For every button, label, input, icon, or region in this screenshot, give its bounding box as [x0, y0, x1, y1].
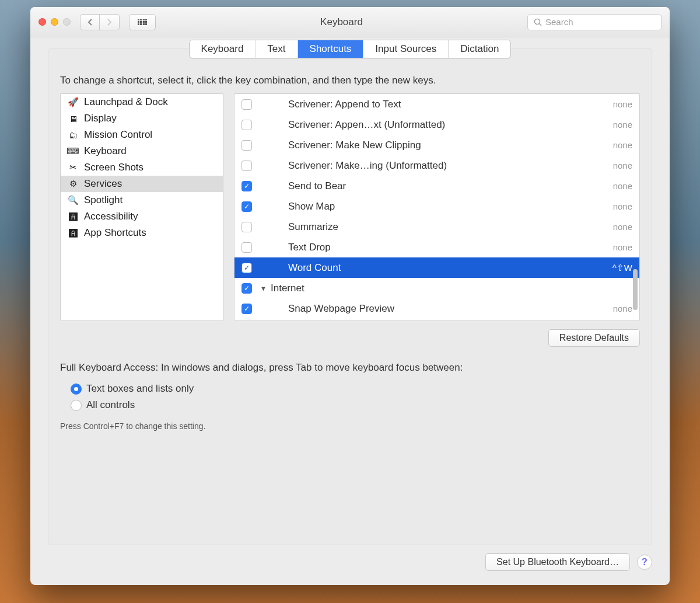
shortcut-checkbox[interactable]: [242, 140, 252, 151]
radio-button[interactable]: [71, 384, 82, 395]
shortcut-checkbox[interactable]: [242, 222, 252, 232]
shortcut-row[interactable]: ✓Word Count^⇧W: [235, 257, 639, 278]
shortcut-group[interactable]: ✓▼Internet: [235, 278, 639, 298]
shortcuts-list[interactable]: Scrivener: Append to TextnoneScrivener: …: [234, 93, 640, 321]
scrollbar-thumb[interactable]: [633, 269, 638, 310]
sidebar-item-screen-shots[interactable]: ✂Screen Shots: [61, 159, 223, 176]
forward-button[interactable]: [100, 14, 120, 30]
search-field[interactable]: Search: [527, 14, 662, 30]
content: KeyboardTextShortcutsInput SourcesDictat…: [30, 37, 670, 585]
tab-keyboard[interactable]: Keyboard: [190, 40, 256, 58]
tab-dictation[interactable]: Dictation: [449, 40, 510, 58]
sidebar-item-display[interactable]: 🖥Display: [61, 110, 223, 127]
radio-option[interactable]: Text boxes and lists only: [60, 381, 640, 397]
sidebar-item-label: Keyboard: [84, 145, 127, 157]
sidebar-item-icon: 🅰: [66, 211, 79, 222]
sidebar-item-label: Mission Control: [84, 129, 152, 141]
shortcut-keys[interactable]: none: [580, 181, 632, 191]
category-sidebar[interactable]: 🚀Launchpad & Dock🖥Display🗂Mission Contro…: [60, 93, 223, 321]
shortcut-label: Internet: [271, 283, 632, 294]
shortcut-checkbox[interactable]: ✓: [242, 304, 252, 314]
sidebar-item-icon: 🗂: [66, 130, 79, 140]
shortcut-row[interactable]: Scrivener: Make New Clippingnone: [235, 135, 639, 155]
shortcut-label: Snap Webpage Preview: [288, 303, 580, 315]
tabbar: KeyboardTextShortcutsInput SourcesDictat…: [189, 40, 512, 58]
sidebar-item-label: Screen Shots: [84, 162, 144, 173]
tab-shortcuts[interactable]: Shortcuts: [298, 40, 364, 58]
shortcut-keys[interactable]: none: [580, 99, 632, 109]
tab-input-sources[interactable]: Input Sources: [363, 40, 449, 58]
shortcut-label: Text Drop: [288, 242, 580, 253]
shortcut-keys[interactable]: none: [580, 120, 632, 130]
shortcut-keys[interactable]: none: [580, 161, 632, 170]
shortcut-keys[interactable]: ^⇧W: [580, 263, 632, 273]
keyboard-access-radios: Text boxes and lists onlyAll controls: [60, 381, 640, 413]
sidebar-item-app-shortcuts[interactable]: 🅰App Shortcuts: [61, 225, 223, 241]
shortcut-label: Show Map: [288, 201, 580, 212]
tabs-container: KeyboardTextShortcutsInput SourcesDictat…: [60, 48, 640, 58]
shortcut-keys[interactable]: none: [580, 304, 632, 313]
restore-row: Restore Defaults: [60, 329, 640, 347]
titlebar: Keyboard Search: [30, 7, 670, 37]
shortcut-checkbox[interactable]: ✓: [242, 263, 252, 273]
shortcut-row[interactable]: Scrivener: Make…ing (Unformatted)none: [235, 155, 639, 176]
minimize-button[interactable]: [51, 18, 58, 26]
restore-defaults-button[interactable]: Restore Defaults: [548, 329, 640, 347]
search-placeholder: Search: [545, 17, 573, 27]
sidebar-item-mission-control[interactable]: 🗂Mission Control: [61, 127, 223, 143]
shortcut-label: Scrivener: Appen…xt (Unformatted): [288, 119, 580, 131]
keyboard-access-hint: Press Control+F7 to change this setting.: [60, 421, 640, 431]
sidebar-item-icon: 🔍: [66, 195, 79, 205]
svg-point-0: [535, 19, 540, 24]
show-all-button[interactable]: [129, 14, 156, 30]
shortcut-row[interactable]: Scrivener: Appen…xt (Unformatted)none: [235, 114, 639, 135]
shortcut-keys[interactable]: none: [580, 201, 632, 211]
shortcuts-list-body: Scrivener: Append to TextnoneScrivener: …: [235, 94, 639, 320]
shortcut-row[interactable]: ✓Snap Webpage Previewnone: [235, 298, 639, 319]
sidebar-item-launchpad-dock[interactable]: 🚀Launchpad & Dock: [61, 94, 223, 110]
bluetooth-keyboard-button[interactable]: Set Up Bluetooth Keyboard…: [485, 553, 630, 571]
preferences-window: Keyboard Search KeyboardTextShortcutsInp…: [30, 7, 670, 585]
sidebar-item-spotlight[interactable]: 🔍Spotlight: [61, 192, 223, 208]
sidebar-item-label: App Shortcuts: [84, 227, 146, 239]
bottom-row: Set Up Bluetooth Keyboard… ?: [48, 553, 652, 571]
shortcut-checkbox[interactable]: [242, 161, 252, 171]
sidebar-item-accessibility[interactable]: 🅰Accessibility: [61, 208, 223, 225]
shortcut-keys[interactable]: none: [580, 242, 632, 252]
shortcut-checkbox[interactable]: ✓: [242, 201, 252, 212]
shortcut-keys[interactable]: none: [580, 222, 632, 232]
sidebar-item-icon: ⌨: [66, 146, 79, 156]
sidebar-item-label: Services: [84, 178, 122, 190]
shortcut-checkbox[interactable]: ✓: [242, 283, 252, 294]
radio-option[interactable]: All controls: [60, 397, 640, 413]
shortcut-label: Scrivener: Make New Clipping: [288, 140, 580, 151]
sidebar-item-icon: ✂: [66, 162, 79, 173]
shortcut-checkbox[interactable]: [242, 242, 252, 253]
shortcut-checkbox[interactable]: ✓: [242, 181, 252, 191]
lists-container: 🚀Launchpad & Dock🖥Display🗂Mission Contro…: [60, 93, 640, 321]
radio-button[interactable]: [71, 400, 82, 411]
shortcut-label: Scrivener: Make…ing (Unformatted): [288, 160, 580, 172]
window-title: Keyboard: [162, 16, 522, 28]
shortcut-row[interactable]: ✓Send to Bearnone: [235, 176, 639, 196]
instruction-text: To change a shortcut, select it, click t…: [60, 75, 640, 86]
sidebar-item-icon: 🅰: [66, 228, 79, 238]
shortcut-checkbox[interactable]: [242, 120, 252, 130]
shortcut-keys[interactable]: none: [580, 140, 632, 150]
sidebar-item-icon: ⚙: [66, 179, 79, 189]
disclosure-triangle-icon[interactable]: ▼: [260, 285, 268, 292]
sidebar-item-services[interactable]: ⚙Services: [61, 176, 223, 192]
shortcut-row[interactable]: ✓Show Mapnone: [235, 196, 639, 217]
shortcut-row[interactable]: Scrivener: Append to Textnone: [235, 94, 639, 114]
zoom-button[interactable]: [63, 18, 71, 26]
sidebar-item-keyboard[interactable]: ⌨Keyboard: [61, 143, 223, 159]
shortcut-row[interactable]: Summarizenone: [235, 217, 639, 237]
shortcut-row[interactable]: Text Dropnone: [235, 237, 639, 257]
tab-text[interactable]: Text: [256, 40, 298, 58]
close-button[interactable]: [38, 18, 46, 26]
shortcut-checkbox[interactable]: [242, 99, 252, 110]
main-panel: KeyboardTextShortcutsInput SourcesDictat…: [48, 48, 652, 545]
help-button[interactable]: ?: [637, 555, 652, 570]
sidebar-item-icon: 🖥: [66, 113, 79, 124]
back-button[interactable]: [80, 14, 100, 30]
